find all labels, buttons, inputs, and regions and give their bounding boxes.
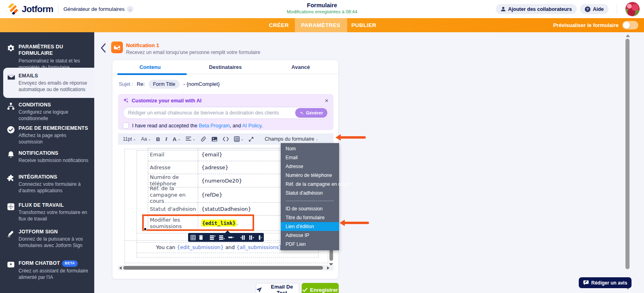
menu-item-adresse[interactable]: Adresse bbox=[281, 162, 339, 171]
sidebar-item-emails[interactable]: EMAILS Envoyez des emails de réponse aut… bbox=[3, 68, 94, 98]
field-label-cell[interactable]: Adresse bbox=[148, 161, 198, 174]
align-dropdown[interactable]: ⌄ bbox=[186, 137, 195, 141]
avatar[interactable] bbox=[625, 2, 640, 17]
insert-col-left-icon[interactable] bbox=[240, 235, 246, 240]
jotform-logo[interactable]: Jotform bbox=[0, 4, 53, 15]
chatbot-icon bbox=[7, 261, 15, 269]
page-scrollbar-up-arrow[interactable] bbox=[626, 34, 630, 37]
sidebar-item-notifications[interactable]: NOTIFICATIONS Receive submission notific… bbox=[0, 147, 94, 167]
close-icon[interactable]: ✕ bbox=[325, 98, 329, 103]
trash-icon[interactable] bbox=[199, 235, 203, 240]
menu-item-id-de-soumission[interactable]: ID de soumission bbox=[281, 204, 339, 213]
annotation-arrow-fields-dropdown bbox=[335, 134, 366, 141]
menu-item-statut-adhesion[interactable]: Statut d'adhésion bbox=[281, 189, 339, 197]
text-color-dropdown[interactable]: A⌄ bbox=[173, 136, 180, 142]
test-email-button[interactable]: Email De Test bbox=[256, 283, 299, 293]
sidebar-item-form-chatbot[interactable]: FORM CHATBOTBETA Créez un assistant de f… bbox=[0, 257, 94, 284]
edit-link-token[interactable]: {edit_link} bbox=[201, 220, 236, 227]
table-grid-icon[interactable] bbox=[191, 235, 196, 240]
sidebar-item-desc: Donnez de la puissance à vos formulaires… bbox=[19, 236, 90, 249]
image-button[interactable] bbox=[211, 137, 217, 142]
hscroll-thumb[interactable] bbox=[123, 266, 323, 270]
app-switcher[interactable]: Générateur de formulaires ⌄ bbox=[63, 6, 133, 12]
consent-checkbox[interactable] bbox=[123, 123, 129, 129]
notification-email-icon bbox=[111, 42, 123, 53]
menu-item-numero-de-telephone[interactable]: Numéro de téléphone bbox=[281, 171, 339, 180]
beta-program-link[interactable]: Beta Program bbox=[199, 123, 230, 129]
sidebar-item-flux-de-travail[interactable]: FLUX DE TRAVAIL Transformez votre formul… bbox=[0, 199, 94, 226]
insert-col-right-icon[interactable] bbox=[249, 235, 254, 240]
link-icon bbox=[201, 136, 206, 142]
code-button[interactable] bbox=[223, 137, 229, 141]
hscroll-left-arrow[interactable] bbox=[119, 266, 122, 270]
font-size-dropdown[interactable]: 11pt⌄ bbox=[123, 136, 136, 142]
field-label-cell[interactable]: Statut d'adhésion bbox=[148, 203, 198, 215]
generate-sparkle-icon bbox=[300, 111, 304, 115]
subject-row[interactable]: Sujet : Re: Form Title - {nomComplet} bbox=[112, 75, 338, 94]
test-email-label: Email De Test bbox=[265, 284, 299, 293]
ai-banner-title: Customize your email with AI bbox=[132, 98, 201, 104]
menu-item-lien-dedition[interactable]: Lien d'édition bbox=[281, 222, 339, 231]
tab-creer[interactable]: CRÉER bbox=[263, 18, 295, 32]
header-divider bbox=[58, 5, 58, 14]
add-collaborators-button[interactable]: Ajouter des collaborateurs bbox=[496, 4, 577, 14]
feedback-button[interactable]: Rédiger un avis bbox=[579, 277, 632, 288]
sidebar-item-integrations[interactable]: INTÉGRATIONS Connectez votre formulaire … bbox=[0, 170, 94, 197]
delete-col-icon[interactable] bbox=[257, 235, 263, 240]
bold-button[interactable]: B bbox=[156, 136, 160, 142]
menu-item-nom[interactable]: Nom bbox=[281, 144, 339, 153]
form-fields-dropdown-trigger[interactable]: Champs du formulaire⌄ bbox=[265, 136, 318, 142]
check-icon bbox=[302, 288, 307, 292]
menu-item-pdf-lien[interactable]: PDF Lien bbox=[281, 240, 339, 249]
page-scrollbar-thumb[interactable] bbox=[625, 39, 630, 269]
field-label-cell[interactable]: Modifier les soumissions bbox=[148, 216, 198, 231]
help-button[interactable]: ? Aide bbox=[580, 4, 609, 14]
table-resize-handle[interactable] bbox=[144, 228, 147, 231]
tab-destinataires[interactable]: Destinataires bbox=[188, 60, 263, 74]
annotation-arrow-lien-dedition bbox=[340, 220, 369, 226]
sidebar-item-title: FORM CHATBOTBETA bbox=[19, 260, 90, 267]
table-dropdown[interactable]: ⌄ bbox=[234, 136, 244, 142]
delete-row-icon[interactable] bbox=[228, 235, 234, 240]
field-label-cell[interactable]: Email bbox=[148, 148, 198, 161]
feedback-label: Rédiger un avis bbox=[591, 280, 627, 286]
form-title-chip[interactable]: Form Title bbox=[149, 80, 180, 89]
all-submissions-link[interactable]: {all_submissions} bbox=[236, 244, 282, 250]
toolbar-caret bbox=[225, 231, 230, 233]
sidebar-item-title: PARAMÈTRES DU FORMULAIRE bbox=[19, 44, 90, 57]
tab-publier[interactable]: PUBLIER bbox=[347, 18, 381, 32]
menu-item-ref-campagne[interactable]: Réf. de la campagne en cours bbox=[281, 180, 339, 189]
preview-form-toggle[interactable] bbox=[622, 21, 638, 29]
sidebar-item-page-de-remerciements[interactable]: PAGE DE REMERCIEMENTS Affichez la page a… bbox=[0, 122, 94, 149]
field-label-cell[interactable]: Réf. de la campagne en cours bbox=[148, 187, 198, 202]
expand-button[interactable] bbox=[248, 137, 254, 142]
menu-item-email[interactable]: Email bbox=[281, 153, 339, 162]
sidebar-item-desc: Receive submission notifications bbox=[19, 157, 90, 164]
table-floating-toolbar bbox=[188, 233, 264, 242]
ai-policy-link[interactable]: AI Policy bbox=[242, 123, 261, 129]
preview-form-label: Prévisualiser le formulaire bbox=[553, 22, 619, 28]
dashed-line bbox=[137, 253, 319, 253]
editor-hscrollbar[interactable] bbox=[118, 265, 333, 270]
italic-button[interactable]: I bbox=[165, 136, 167, 142]
hscroll-right-arrow[interactable] bbox=[327, 266, 329, 270]
menu-item-titre-du-formulaire[interactable]: Titre du formulaire bbox=[281, 213, 339, 222]
edit-submission-link[interactable]: {edit_submission} bbox=[177, 244, 224, 250]
app-switcher-label: Générateur de formulaires bbox=[63, 6, 124, 12]
generate-button[interactable]: Générer bbox=[295, 108, 327, 118]
save-button[interactable]: Enregistrer bbox=[302, 283, 339, 293]
tab-avance[interactable]: Avancé bbox=[263, 60, 338, 74]
menu-item-adresse-ip[interactable]: Adresse IP bbox=[281, 231, 339, 240]
sidebar-item-conditions[interactable]: CONDITIONS Configurez une logique condit… bbox=[0, 98, 94, 125]
insert-row-above-icon[interactable] bbox=[209, 235, 215, 240]
back-button[interactable] bbox=[100, 43, 108, 54]
sidebar-item-desc: Transformez votre formulaire en flux de … bbox=[19, 209, 90, 222]
chevron-down-icon: ⌄ bbox=[127, 6, 133, 12]
insert-row-below-icon[interactable] bbox=[219, 235, 225, 240]
link-button[interactable] bbox=[201, 136, 206, 142]
sidebar-item-jotform-sign[interactable]: JOTFORM SIGN Donnez de la puissance à vo… bbox=[0, 225, 94, 252]
text-format-dropdown[interactable]: Aa⌄ bbox=[141, 136, 151, 142]
tab-contenu[interactable]: Contenu bbox=[112, 60, 188, 74]
sidebar-item-title: INTÉGRATIONS bbox=[19, 174, 90, 180]
tab-parametres[interactable]: PARAMÈTRES bbox=[295, 18, 347, 32]
